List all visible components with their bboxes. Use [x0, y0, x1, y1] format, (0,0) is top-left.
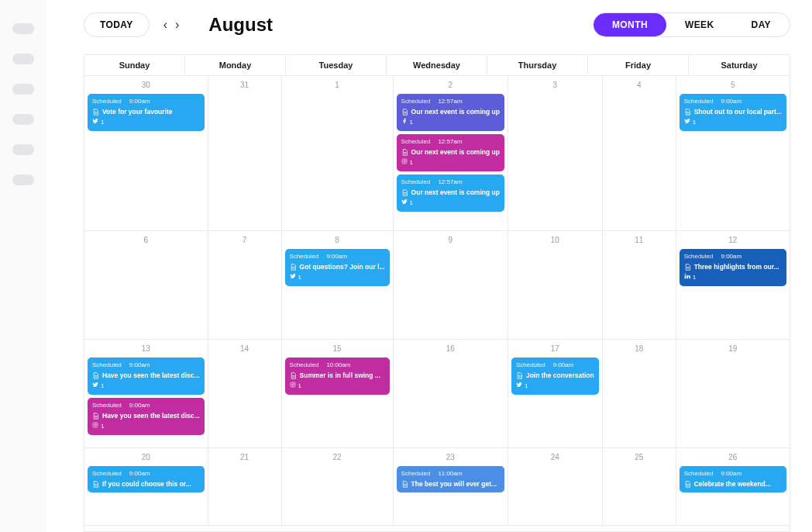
- calendar-cell[interactable]: 15Scheduled10:00amSummer is in full swin…: [282, 340, 394, 448]
- calendar-cell[interactable]: 23Scheduled11:00amThe best you will ever…: [394, 448, 508, 526]
- event-title: Vote for your favourite: [102, 108, 173, 116]
- event-count: 1: [410, 199, 413, 208]
- event-status: Scheduled: [92, 470, 122, 478]
- day-of-week-header: Saturday: [689, 55, 790, 76]
- event-status: Scheduled: [516, 361, 545, 370]
- day-number: 4: [606, 81, 673, 89]
- calendar-cell[interactable]: 25: [603, 448, 676, 526]
- twitter-icon: [92, 118, 98, 127]
- sidebar-nav-item[interactable]: [12, 174, 34, 185]
- sidebar-nav-item[interactable]: [12, 144, 34, 155]
- event-status: Scheduled: [92, 98, 122, 106]
- calendar-cell[interactable]: 11: [603, 231, 676, 340]
- calendar-cell[interactable]: 12Scheduled9:00amThree highlights from o…: [676, 231, 790, 340]
- sidebar-nav-item[interactable]: [12, 23, 34, 34]
- sidebar-nav-item[interactable]: [12, 84, 34, 95]
- event-title: Three highlights from our...: [694, 263, 779, 271]
- document-icon: [684, 109, 691, 116]
- event-count: 1: [298, 274, 301, 282]
- event-time: 12:57am: [438, 98, 462, 106]
- calendar-cell[interactable]: 19: [676, 340, 790, 448]
- view-week[interactable]: WEEK: [666, 13, 733, 36]
- day-number: 26: [680, 453, 786, 461]
- calendar-cell[interactable]: 18: [603, 340, 676, 448]
- twitter-icon: [92, 382, 98, 391]
- calendar-cell[interactable]: 4: [603, 76, 676, 231]
- calendar-header-row: SundayMondayTuesdayWednesdayThursdayFrid…: [84, 55, 790, 76]
- document-icon: [92, 481, 99, 488]
- chevron-left-icon[interactable]: ‹: [163, 18, 167, 32]
- event-time: 10:00am: [326, 361, 350, 370]
- calendar-cell[interactable]: 6: [84, 231, 208, 340]
- calendar-cell[interactable]: 13Scheduled9:00amHave you seen the lates…: [84, 340, 208, 448]
- calendar-event[interactable]: Scheduled9:00amCelebrate the weekend...: [680, 466, 786, 492]
- day-number: 16: [397, 344, 504, 353]
- event-status: Scheduled: [401, 178, 431, 187]
- month-title: August: [208, 14, 273, 36]
- today-button[interactable]: TODAY: [84, 12, 150, 37]
- calendar-cell[interactable]: 26Scheduled9:00amCelebrate the weekend..…: [676, 448, 790, 526]
- calendar-cell[interactable]: 21: [208, 448, 282, 526]
- calendar-cell[interactable]: 20Scheduled9:00amIf you could choose thi…: [84, 448, 208, 526]
- calendar-event[interactable]: Scheduled12:57amOur next event is coming…: [397, 174, 504, 212]
- calendar-event[interactable]: Scheduled9:00amShout out to our local pa…: [680, 94, 786, 131]
- calendar-cell[interactable]: 1: [282, 76, 394, 231]
- day-of-week-header: Wednesday: [387, 55, 487, 76]
- event-status: Scheduled: [684, 98, 714, 106]
- event-title: If you could choose this or...: [102, 480, 191, 489]
- sidebar-nav-item[interactable]: [12, 114, 34, 125]
- event-status: Scheduled: [401, 138, 431, 147]
- document-icon: [92, 372, 99, 379]
- view-day[interactable]: DAY: [733, 13, 790, 36]
- calendar-cell[interactable]: 31: [208, 76, 282, 231]
- day-number: 3: [511, 81, 599, 89]
- chevron-right-icon[interactable]: ›: [175, 18, 179, 32]
- event-time: 9:00am: [721, 253, 741, 261]
- day-number: 21: [212, 453, 278, 461]
- calendar-event[interactable]: Scheduled9:00amGot questions? Join our l…: [285, 249, 390, 286]
- event-status: Scheduled: [401, 98, 431, 106]
- calendar-event[interactable]: Scheduled12:57amOur next event is coming…: [397, 94, 504, 131]
- calendar-cell[interactable]: 30Scheduled9:00amVote for your favourite…: [84, 76, 208, 231]
- calendar-cell[interactable]: 5Scheduled9:00amShout out to our local p…: [676, 76, 790, 231]
- calendar-event[interactable]: Scheduled9:00amThree highlights from our…: [680, 249, 786, 286]
- day-number: 31: [212, 81, 278, 89]
- day-number: 23: [397, 453, 504, 461]
- calendar-event[interactable]: Scheduled9:00amHave you seen the latest …: [88, 358, 205, 395]
- document-icon: [401, 109, 408, 116]
- calendar-cell[interactable]: 10: [508, 231, 603, 340]
- day-number: 1: [285, 81, 390, 89]
- calendar-cell[interactable]: 22: [282, 448, 394, 526]
- twitter-icon: [401, 199, 408, 208]
- twitter-icon: [290, 273, 296, 282]
- document-icon: [684, 264, 691, 271]
- calendar-cell[interactable]: 9: [394, 231, 508, 340]
- day-number: 9: [397, 236, 504, 244]
- event-status: Scheduled: [401, 470, 431, 478]
- calendar-event[interactable]: Scheduled9:00amVote for your favourite1: [88, 94, 205, 131]
- event-count: 1: [525, 382, 528, 391]
- calendar-event[interactable]: Scheduled9:00amIf you could choose this …: [88, 466, 205, 492]
- calendar-cell[interactable]: 2Scheduled12:57amOur next event is comin…: [394, 76, 508, 231]
- event-time: 9:00am: [129, 470, 150, 478]
- event-status: Scheduled: [684, 253, 714, 261]
- calendar-event[interactable]: Scheduled10:00amSummer is in full swing …: [285, 358, 390, 395]
- event-time: 9:00am: [553, 361, 574, 370]
- view-month[interactable]: MONTH: [594, 13, 666, 36]
- calendar-cell[interactable]: 3: [508, 76, 603, 231]
- sidebar-nav-item[interactable]: [12, 54, 34, 64]
- day-number: 12: [680, 236, 786, 244]
- calendar-event[interactable]: Scheduled12:57amOur next event is coming…: [397, 134, 504, 171]
- event-time: 9:00am: [129, 402, 150, 410]
- calendar-event[interactable]: Scheduled11:00amThe best you will ever g…: [397, 466, 504, 492]
- day-number: 18: [606, 344, 673, 353]
- calendar-cell[interactable]: 8Scheduled9:00amGot questions? Join our …: [282, 231, 394, 340]
- calendar-event[interactable]: Scheduled9:00amHave you seen the latest …: [88, 398, 205, 435]
- calendar-cell[interactable]: 14: [208, 340, 282, 448]
- calendar-cell[interactable]: 17Scheduled9:00amJoin the conversation1: [508, 340, 603, 448]
- calendar-cell[interactable]: 7: [208, 231, 282, 340]
- event-title: Our next event is coming up: [411, 108, 500, 116]
- calendar-event[interactable]: Scheduled9:00amJoin the conversation1: [511, 358, 599, 395]
- calendar-cell[interactable]: 16: [394, 340, 508, 448]
- calendar-cell[interactable]: 24: [508, 448, 603, 526]
